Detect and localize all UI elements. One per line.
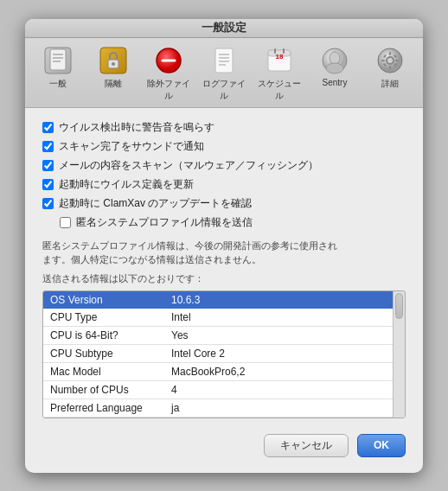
svg-point-25 [387,58,393,63]
data-table-container: OS Version10.6.3CPU TypeIntelCPU is 64-B… [42,290,406,418]
data-table: OS Version10.6.3CPU TypeIntelCPU is 64-B… [43,291,405,418]
sentry-icon [319,45,350,76]
description-line1: 匿名システムプロファイル情報は、今後の開発計画の参考に使用され [42,240,337,251]
table-cell-key: CPU Type [43,309,164,327]
svg-rect-28 [381,60,385,61]
table-cell-value: Yes [164,326,405,344]
toolbar-item-logfile[interactable]: ログファイル [198,43,250,104]
toolbar-item-exclusion[interactable]: 除外ファイル [143,43,195,104]
table-cell-value: Intel [164,309,405,327]
main-window: 一般設定 一般 [25,19,423,473]
toolbar-item-detail[interactable]: 詳細 [364,43,416,104]
table-cell-value: 10.6.3 [164,291,405,309]
logfile-icon [208,45,240,76]
checkbox-label-4: 起動時に ClamXav のアップデートを確認 [59,196,252,211]
svg-text:18: 18 [276,53,284,61]
table-row[interactable]: CPU TypeIntel [43,309,405,327]
toolbar-label-sentry: Sentry [323,78,348,87]
table-cell-value: 4 [164,380,405,399]
table-row[interactable]: CPU is 64-Bit?Yes [43,326,405,344]
exclusion-icon [153,45,184,76]
toolbar-label-logfile: ログファイル [202,78,246,102]
checkbox-row-4: 起動時に ClamXav のアップデートを確認 [42,196,406,211]
table-cell-key: CPU is 64-Bit? [43,326,164,344]
table-cell-value: Intel Core 2 [164,344,405,362]
checkbox-label-3: 起動時にウイルス定義を更新 [59,177,194,192]
checkbox-clamxav-update[interactable] [42,198,54,209]
svg-rect-29 [395,60,399,61]
table-cell-value: MacBookPro6,2 [164,362,405,380]
checkbox-group: ウイルス検出時に警告音を鳴らす スキャン完了をサウンドで通知 メールの内容をスキ… [42,120,406,230]
scrollbar-thumb[interactable] [395,293,403,319]
general-icon [42,45,74,76]
checkbox-row-3: 起動時にウイルス定義を更新 [42,177,406,192]
description: 匿名システムプロファイル情報は、今後の開発計画の参考に使用され ます。個人特定に… [42,239,406,267]
toolbar-item-schedule[interactable]: 18 スケジュール [253,43,305,104]
toolbar: 一般 隔離 [25,38,423,108]
table-cell-key: CPU Subtype [43,344,164,362]
checkbox-virus-def[interactable] [42,179,54,190]
table-cell-key: Preferred Language [43,399,164,417]
checkbox-label-1: スキャン完了をサウンドで通知 [59,139,204,154]
table-cell-value: ja [164,399,405,417]
checkbox-row-2: メールの内容をスキャン（マルウェア／フィッシング） [42,158,406,173]
detail-icon [374,45,406,76]
toolbar-item-quarantine[interactable]: 隔離 [87,43,139,104]
checkbox-alert-sound[interactable] [42,122,54,133]
window-title: 一般設定 [202,20,246,35]
table-cell-key: Number of CPUs [43,380,164,399]
svg-rect-10 [215,48,233,73]
scrollbar-track[interactable] [393,291,405,418]
checkbox-label-2: メールの内容をスキャン（マルウェア／フィッシング） [59,158,318,173]
checkbox-row-anonymous: 匿名システムプロファイル情報を送信 [60,215,406,230]
content-area: ウイルス検出時に警告音を鳴らす スキャン完了をサウンドで通知 メールの内容をスキ… [25,108,423,473]
toolbar-label-schedule: スケジュール [257,78,302,102]
titlebar: 一般設定 [25,19,423,38]
info-label: 送信される情報は以下のとおりです： [42,272,406,285]
toolbar-label-general: 一般 [49,78,67,90]
description-line2: ます。個人特定につながる情報は送信されません。 [42,254,261,265]
toolbar-label-exclusion: 除外ファイル [146,78,191,102]
toolbar-label-detail: 詳細 [381,78,399,90]
ok-button[interactable]: OK [357,434,406,457]
checkbox-row-0: ウイルス検出時に警告音を鳴らす [42,120,406,135]
svg-rect-26 [389,52,391,55]
checkbox-row-1: スキャン完了をサウンドで通知 [42,139,406,154]
cancel-button[interactable]: キャンセル [264,434,349,457]
svg-point-21 [330,52,340,64]
table-row[interactable]: Preferred Languageja [43,399,405,417]
checkbox-label-anonymous: 匿名システムプロファイル情報を送信 [76,215,253,230]
toolbar-item-sentry[interactable]: Sentry [309,43,361,104]
table-cell-key: OS Version [43,291,164,309]
toolbar-label-quarantine: 隔離 [105,78,122,90]
checkbox-scan-sound[interactable] [42,141,54,152]
table-cell-key: Mac Model [43,362,164,380]
svg-point-7 [112,62,115,66]
schedule-icon: 18 [264,45,295,76]
checkbox-label-0: ウイルス検出時に警告音を鳴らす [59,120,214,135]
svg-point-22 [326,63,343,73]
table-row[interactable]: CPU SubtypeIntel Core 2 [43,344,405,362]
svg-rect-27 [389,66,391,69]
svg-rect-1 [50,49,66,70]
button-row: キャンセル OK [42,430,406,464]
checkbox-anonymous[interactable] [60,217,71,228]
table-row[interactable]: Mac ModelMacBookPro6,2 [43,362,405,380]
checkbox-mail-scan[interactable] [42,160,54,171]
table-row[interactable]: Number of CPUs4 [43,380,405,399]
quarantine-icon [98,45,129,76]
table-row[interactable]: OS Version10.6.3 [43,291,405,309]
toolbar-item-general[interactable]: 一般 [32,43,84,104]
